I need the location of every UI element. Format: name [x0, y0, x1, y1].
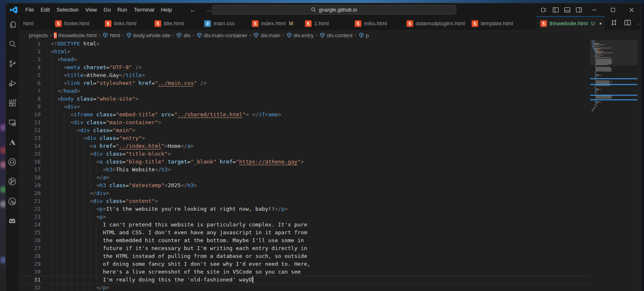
line-number[interactable]: 5 [19, 71, 41, 79]
explorer-icon[interactable] [8, 20, 17, 29]
code-editor[interactable]: 1<!DOCTYPE html>2<html>3<head>4<meta cha… [19, 40, 641, 291]
code-lines[interactable]: 1<!DOCTYPE html>2<html>3<head>4<meta cha… [19, 40, 590, 291]
breadcrumb-item-p[interactable]: p [358, 32, 369, 38]
breadcrumb-item-div.content[interactable]: div.content [319, 32, 353, 38]
breadcrumb-item-div.main-container[interactable]: div.main-container [196, 32, 248, 38]
line-number[interactable]: 9 [19, 103, 41, 111]
line-number[interactable]: 28 [19, 252, 41, 260]
code-line-23[interactable]: 23<p> [19, 213, 590, 221]
editor-scrollbar[interactable] [637, 40, 641, 291]
code-line-10[interactable]: 10<iframe class="embed-title" src="../sh… [19, 111, 590, 118]
back-icon[interactable]: ← [188, 5, 198, 14]
line-number[interactable]: 12 [19, 126, 41, 134]
line-number[interactable]: 1 [19, 40, 41, 48]
source-control-icon[interactable] [8, 59, 17, 68]
tab-template.html[interactable]: 5template.html [467, 16, 536, 30]
line-number[interactable]: 7 [19, 87, 41, 95]
tab-miku.html[interactable]: 5miku.html [351, 16, 402, 30]
toggle-primary-sidebar-icon[interactable] [550, 3, 562, 16]
tab-main.css[interactable]: #main.css [200, 16, 248, 30]
code-line-7[interactable]: 7</head> [19, 87, 590, 95]
line-number[interactable]: 20 [19, 189, 41, 197]
tab-html[interactable]: html [19, 16, 51, 30]
menu-selection[interactable]: Selection [53, 5, 82, 14]
code-line-15[interactable]: 15<div class="title-block"> [19, 150, 590, 158]
code-line-31[interactable]: 31I'm really doing this the 'old-fashion… [19, 276, 590, 284]
command-center[interactable]: gnargle.github.io [212, 5, 456, 14]
code-line-32[interactable]: 32</p> [19, 284, 590, 291]
line-number[interactable]: 2 [19, 48, 41, 55]
menu-view[interactable]: View [82, 5, 100, 14]
code-line-6[interactable]: 6<link rel="stylesheet" href="../main.cs… [19, 79, 590, 87]
line-number[interactable]: 10 [19, 111, 41, 118]
menu-file[interactable]: File [22, 5, 37, 14]
line-number[interactable]: 8 [19, 95, 41, 103]
line-number[interactable]: 26 [19, 236, 41, 244]
open-changes-icon[interactable] [610, 19, 617, 28]
code-line-29[interactable]: 29of doing some fancy shit I don't see w… [19, 260, 590, 268]
code-line-24[interactable]: 24I can't pretend this website is partic… [19, 221, 590, 228]
code-line-25[interactable]: 25HTML and CSS. I don't even have any ja… [19, 228, 590, 236]
code-line-21[interactable]: 21<div class="content"> [19, 197, 590, 205]
split-editor-icon[interactable] [624, 19, 631, 28]
code-line-2[interactable]: 2<html> [19, 48, 590, 55]
code-line-4[interactable]: 4<meta charset="UTF-8" /> [19, 63, 590, 71]
line-number[interactable]: 27 [19, 244, 41, 252]
breadcrumb-item-div[interactable]: div [176, 32, 191, 38]
code-line-19[interactable]: 19<h3 class="datestamp">2025</h3> [19, 181, 590, 189]
tab-footer.html[interactable]: 5footer.html [51, 16, 101, 30]
line-number[interactable]: 4 [19, 63, 41, 71]
line-number[interactable]: 22 [19, 205, 41, 213]
run-and-debug-icon[interactable] [8, 79, 17, 88]
line-number[interactable]: 18 [19, 173, 41, 181]
breadcrumb-item-projects[interactable]: projects [29, 32, 48, 38]
line-number[interactable]: 19 [19, 181, 41, 189]
code-line-5[interactable]: 5<title>Athene.Gay</title> [19, 71, 590, 79]
menu-go[interactable]: Go [100, 5, 114, 14]
gitlens-icon[interactable] [8, 177, 17, 186]
unsaved-dot-icon[interactable]: ● [599, 22, 601, 26]
line-number[interactable]: 21 [19, 197, 41, 205]
code-line-17[interactable]: 17<h3>This Website</h3> [19, 166, 590, 173]
tab-title.html[interactable]: 5title.html [150, 16, 200, 30]
breadcrumb-item-div.entry[interactable]: div.entry [286, 32, 314, 38]
line-number[interactable]: 17 [19, 166, 41, 173]
line-number[interactable]: 11 [19, 118, 41, 126]
code-line-11[interactable]: 11<div class="main-container"> [19, 118, 590, 126]
tab-dalamudplugins.html[interactable]: 5dalamudplugins.html [402, 16, 467, 30]
line-number[interactable]: 32 [19, 284, 41, 291]
menu-edit[interactable]: Edit [37, 5, 53, 14]
extensions-icon[interactable] [8, 99, 17, 107]
code-line-22[interactable]: 22<p>It's the website you're looking at … [19, 205, 590, 213]
breadcrumb-item-html[interactable]: html [102, 32, 121, 38]
line-number[interactable]: 15 [19, 150, 41, 158]
code-line-27[interactable]: 27future if it's necessary but I'm writi… [19, 244, 590, 252]
code-line-1[interactable]: 1<!DOCTYPE html> [19, 40, 590, 48]
code-line-13[interactable]: 13<div class="entry"> [19, 134, 590, 142]
maximize-button[interactable] [603, 3, 622, 16]
line-number[interactable]: 14 [19, 142, 41, 150]
code-line-9[interactable]: 9<div> [19, 103, 590, 111]
code-line-14[interactable]: 14<a href="../index.html">Home</a> [19, 142, 590, 150]
code-line-8[interactable]: 8<body class="whole-site"> [19, 95, 590, 103]
remote-explorer-icon[interactable] [8, 118, 17, 127]
toggle-panel-icon[interactable] [562, 3, 573, 16]
line-number[interactable]: 3 [19, 55, 41, 63]
tab-index.html[interactable]: 5index.htmlM [248, 16, 301, 30]
line-number[interactable]: 25 [19, 228, 41, 236]
search-icon[interactable] [8, 40, 17, 48]
code-line-26[interactable]: 26the embedded hit counter at the bottom… [19, 236, 590, 244]
line-number[interactable]: 23 [19, 213, 41, 221]
menu-help[interactable]: Help [157, 5, 175, 14]
toggle-secondary-sidebar-icon[interactable] [573, 3, 585, 16]
tab-thiswebsite.html[interactable]: 5thiswebsite.htmlU● [536, 16, 605, 31]
line-number[interactable]: 31 [19, 276, 41, 283]
customize-layout-icon[interactable] [538, 3, 550, 16]
breadcrumb-item-thiswebsite.html[interactable]: 5thiswebsite.html [53, 32, 97, 38]
menu-run[interactable]: Run [114, 5, 131, 14]
code-line-28[interactable]: 28the HTML instead of pulling from a dat… [19, 252, 590, 260]
azure-icon[interactable] [8, 138, 17, 147]
breadcrumb-item-body.whole-site[interactable]: body.whole-site [126, 32, 171, 38]
breadcrumb-item-div.main[interactable]: div.main [253, 32, 281, 38]
code-line-30[interactable]: 30here's a live screenshot of the site i… [19, 268, 590, 276]
